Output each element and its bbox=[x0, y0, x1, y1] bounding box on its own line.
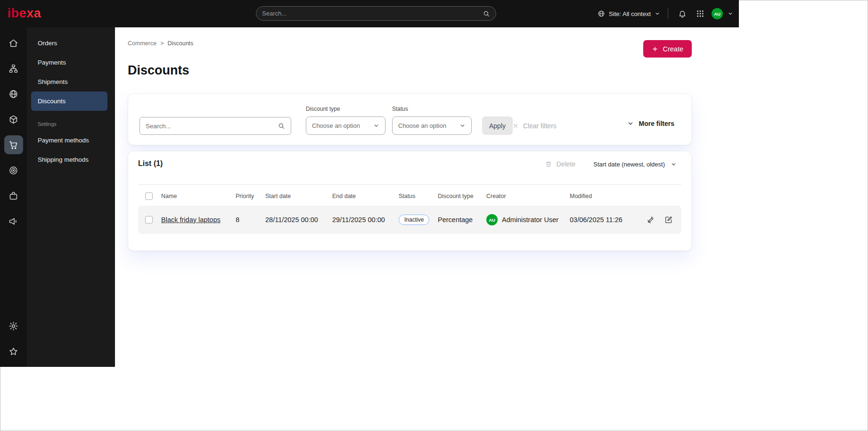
bag-icon bbox=[8, 191, 18, 201]
row-checkbox[interactable] bbox=[145, 216, 153, 224]
select-all-checkbox[interactable] bbox=[145, 192, 153, 200]
cell-end-date: 29/11/2025 00:00 bbox=[332, 216, 399, 224]
delete-button[interactable]: Delete bbox=[545, 160, 575, 168]
column-header-creator: Creator bbox=[486, 193, 570, 199]
sidebar-item-payments[interactable]: Payments bbox=[27, 53, 115, 72]
sidebar-item-label: Payments bbox=[38, 59, 66, 66]
icon-rail bbox=[0, 27, 27, 367]
star-icon bbox=[8, 347, 18, 356]
target-icon bbox=[8, 166, 18, 175]
breadcrumb: Commerce > Discounts bbox=[128, 40, 193, 47]
topbar-divider bbox=[668, 8, 668, 19]
breadcrumb-commerce[interactable]: Commerce bbox=[128, 40, 156, 47]
notifications-button[interactable] bbox=[676, 7, 689, 20]
rail-item-admin-settings[interactable] bbox=[4, 316, 23, 335]
rail-item-commerce[interactable] bbox=[4, 135, 23, 154]
column-header-discount-type: Discount type bbox=[438, 193, 486, 199]
sidebar-item-discounts[interactable]: Discounts bbox=[31, 91, 107, 111]
status-filter-value: Choose an option bbox=[398, 122, 446, 129]
trash-icon bbox=[545, 160, 552, 168]
gear-icon bbox=[8, 321, 18, 331]
site-context-selector[interactable]: Site: All context bbox=[598, 10, 660, 17]
apps-grid-icon bbox=[696, 9, 704, 18]
cell-creator: AU Administrator User bbox=[486, 214, 570, 225]
filter-search[interactable] bbox=[139, 117, 291, 135]
table-row: Black friday laptops 8 28/11/2025 00:00 … bbox=[138, 206, 681, 234]
megaphone-icon bbox=[8, 216, 18, 226]
cell-discount-type: Percentage bbox=[438, 216, 486, 224]
page-title: Discounts bbox=[128, 63, 189, 78]
sidebar-section-settings: Settings bbox=[27, 117, 115, 131]
deactivate-button[interactable] bbox=[644, 213, 658, 227]
sidebar-item-orders[interactable]: Orders bbox=[27, 33, 115, 53]
rail-item-site-management[interactable] bbox=[4, 84, 23, 103]
sidebar-item-shipments[interactable]: Shipments bbox=[27, 72, 115, 91]
status-filter-label: Status bbox=[392, 106, 408, 112]
create-button-label: Create bbox=[663, 45, 683, 53]
search-icon bbox=[278, 122, 285, 130]
global-search[interactable] bbox=[256, 6, 496, 21]
column-header-end-date: End date bbox=[332, 193, 399, 199]
box-icon bbox=[8, 115, 18, 124]
commerce-submenu: Orders Payments Shipments Discounts Sett… bbox=[27, 27, 115, 367]
chevron-down-icon[interactable] bbox=[728, 11, 733, 17]
discount-type-value: Choose an option bbox=[312, 122, 360, 129]
topbar: ibexa Site: All context AU bbox=[0, 0, 739, 27]
rail-item-dashboard[interactable] bbox=[4, 33, 23, 52]
cell-priority: 8 bbox=[236, 216, 265, 224]
sort-dropdown[interactable]: Start date (newest, oldest) bbox=[593, 161, 677, 168]
column-header-status: Status bbox=[399, 193, 438, 199]
bell-icon bbox=[678, 9, 687, 18]
edit-button[interactable] bbox=[662, 213, 676, 227]
user-avatar[interactable]: AU bbox=[712, 8, 723, 19]
sidebar-item-label: Shipping methods bbox=[38, 156, 89, 163]
chevron-down-icon bbox=[373, 123, 379, 129]
create-button[interactable]: Create bbox=[643, 40, 692, 58]
cart-icon bbox=[8, 140, 18, 150]
more-filters-label: More filters bbox=[639, 120, 674, 127]
discount-type-select[interactable]: Choose an option bbox=[306, 116, 385, 135]
column-header-priority: Priority bbox=[236, 193, 265, 199]
rail-item-bookmarks[interactable] bbox=[4, 342, 23, 361]
list-divider bbox=[138, 184, 681, 185]
status-badge: Inactive bbox=[399, 215, 429, 225]
table-header-row: Name Priority Start date End date Status… bbox=[138, 189, 681, 203]
chevron-down-icon bbox=[627, 120, 634, 127]
sidebar-item-payment-methods[interactable]: Payment methods bbox=[27, 131, 115, 150]
status-filter-select[interactable]: Choose an option bbox=[392, 116, 472, 135]
ibexa-logo[interactable]: ibexa bbox=[8, 6, 41, 21]
edit-icon bbox=[664, 216, 673, 224]
cell-modified: 03/06/2025 11:26 bbox=[570, 216, 640, 224]
search-icon bbox=[483, 10, 490, 17]
sidebar-item-label: Discounts bbox=[38, 98, 66, 105]
list-tools: Delete Start date (newest, oldest) bbox=[545, 160, 677, 168]
global-search-input[interactable] bbox=[262, 10, 483, 17]
apps-menu-button[interactable] bbox=[694, 7, 707, 20]
globe-icon bbox=[8, 89, 18, 99]
rail-item-workflow[interactable] bbox=[4, 186, 23, 205]
sidebar-item-shipping-methods[interactable]: Shipping methods bbox=[27, 150, 115, 169]
row-actions bbox=[640, 213, 681, 227]
rail-item-personalization[interactable] bbox=[4, 161, 23, 180]
apply-button[interactable]: Apply bbox=[482, 116, 513, 135]
screenshot-canvas: ibexa Site: All context AU bbox=[0, 0, 868, 431]
sort-dropdown-label: Start date (newest, oldest) bbox=[593, 161, 665, 168]
rail-item-marketing[interactable] bbox=[4, 212, 23, 231]
filter-search-input[interactable] bbox=[146, 123, 278, 130]
column-header-start-date: Start date bbox=[265, 193, 332, 199]
column-header-name: Name bbox=[161, 193, 236, 199]
rail-item-products[interactable] bbox=[4, 110, 23, 129]
rail-item-content-structure[interactable] bbox=[4, 59, 23, 78]
clear-filters-button[interactable]: Clear filters bbox=[512, 116, 557, 135]
more-filters-button[interactable]: More filters bbox=[627, 120, 674, 127]
cell-start-date: 28/11/2025 00:00 bbox=[265, 216, 332, 224]
sidebar-item-label: Payment methods bbox=[38, 137, 89, 144]
filters-card: Discount type Choose an option Status Ch… bbox=[128, 93, 692, 145]
sidebar-item-label: Shipments bbox=[38, 78, 68, 85]
discount-type-label: Discount type bbox=[306, 106, 340, 112]
delete-button-label: Delete bbox=[557, 160, 575, 168]
chevron-down-icon bbox=[655, 11, 660, 17]
sidebar-item-label: Orders bbox=[38, 40, 57, 47]
breadcrumb-discounts[interactable]: Discounts bbox=[167, 40, 193, 47]
discount-name-link[interactable]: Black friday laptops bbox=[161, 216, 221, 224]
